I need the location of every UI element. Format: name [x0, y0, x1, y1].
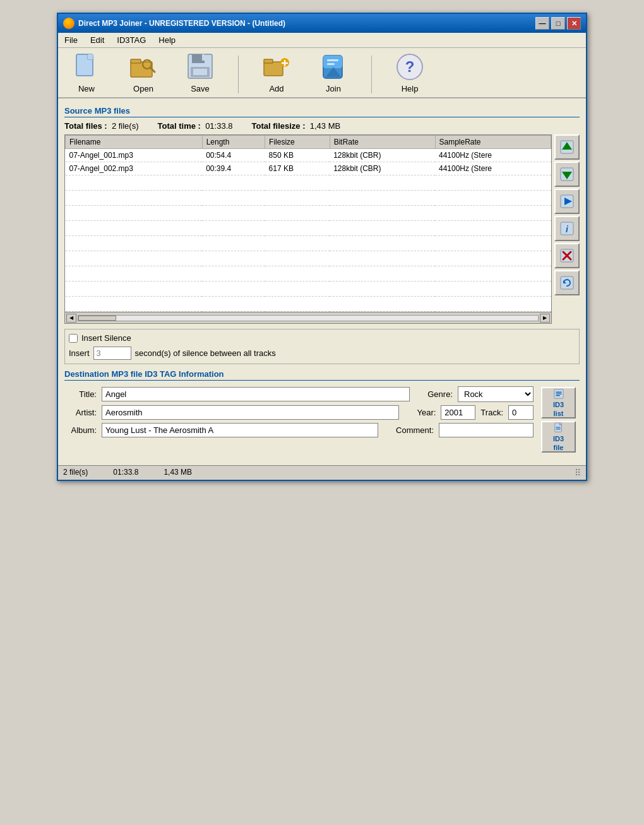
- track-input[interactable]: [508, 405, 534, 420]
- refresh-button[interactable]: [554, 270, 580, 295]
- play-button[interactable]: [554, 189, 580, 214]
- table-row-empty: [66, 236, 551, 251]
- open-icon: [128, 52, 158, 82]
- table-row-empty: [66, 221, 551, 236]
- col-filename: Filename: [66, 136, 203, 149]
- id3-section: Destination MP3 file ID3 TAG Information…: [64, 369, 580, 456]
- scroll-track[interactable]: [78, 315, 539, 321]
- silence-input-row: Insert second(s) of silence between all …: [69, 347, 575, 360]
- silence-section: Insert Silence Insert second(s) of silen…: [64, 329, 580, 364]
- status-time: 01:33.8: [113, 468, 138, 478]
- new-button[interactable]: New: [64, 52, 109, 93]
- id3-title-row: Title: Genre: Rock Pop Jazz: [68, 386, 534, 402]
- add-icon: [261, 52, 292, 82]
- artist-label: Artist:: [68, 408, 97, 417]
- menu-help[interactable]: Help: [156, 34, 178, 46]
- svg-rect-12: [264, 62, 283, 76]
- svg-rect-11: [193, 69, 207, 75]
- window-title: Direct MP3 Joiner - UNREGISTERED VERSION…: [78, 19, 285, 28]
- menu-edit[interactable]: Edit: [88, 34, 107, 46]
- cell-length: 00:54.4: [202, 149, 265, 162]
- move-down-button[interactable]: [554, 162, 580, 187]
- artist-input[interactable]: [102, 405, 399, 420]
- open-button[interactable]: Open: [121, 52, 165, 93]
- help-label: Help: [402, 84, 419, 93]
- title-label: Title:: [68, 389, 97, 399]
- menu-id3tag[interactable]: ID3TAG: [114, 34, 148, 46]
- cell-samplerate: 44100Hz (Stere: [435, 162, 551, 175]
- stats-row: Total files : 2 file(s) Total time : 01:…: [64, 121, 580, 131]
- id3-buttons: ID3 list ID3 file: [537, 383, 580, 456]
- table-row-empty: [66, 175, 551, 191]
- total-filesize-label: Total filesize :: [252, 121, 306, 131]
- join-button[interactable]: Join: [311, 52, 355, 93]
- title-input[interactable]: [102, 387, 410, 401]
- svg-rect-4: [131, 59, 141, 63]
- silence-suffix: second(s) of silence between all tracks: [135, 348, 276, 358]
- total-time-label: Total time :: [158, 121, 201, 131]
- comment-input[interactable]: [439, 423, 534, 437]
- resize-grip[interactable]: ⠿: [575, 468, 581, 478]
- toolbar: New Open: [58, 48, 586, 98]
- cell-filesize: 617 KB: [265, 162, 330, 175]
- id3-artist-row: Artist: Year: Track:: [68, 405, 534, 420]
- cell-filename: 07-Angel_002.mp3: [66, 162, 203, 175]
- svg-rect-21: [327, 63, 335, 65]
- comment-label: Comment:: [396, 425, 434, 435]
- save-label: Save: [191, 84, 210, 93]
- minimize-button[interactable]: —: [535, 17, 549, 30]
- genre-label: Genre:: [427, 389, 453, 399]
- horizontal-scrollbar[interactable]: ◀ ▶: [64, 312, 552, 324]
- total-files-label: Total files :: [64, 121, 107, 131]
- total-files-value: 2 file(s): [112, 121, 139, 131]
- save-icon: [185, 52, 215, 82]
- new-label: New: [78, 84, 95, 93]
- save-button[interactable]: Save: [178, 52, 222, 93]
- scroll-thumb[interactable]: [78, 316, 116, 321]
- silence-checkbox[interactable]: [69, 334, 78, 343]
- delete-button[interactable]: [554, 243, 580, 268]
- table-row-empty: [66, 282, 551, 297]
- move-up-button[interactable]: [554, 134, 580, 160]
- source-section-label: Source MP3 files: [64, 106, 580, 117]
- maximize-button[interactable]: □: [551, 17, 565, 30]
- col-length: Length: [202, 136, 265, 149]
- toolbar-separator2: [371, 56, 372, 93]
- total-filesize-stat: Total filesize : 1,43 MB: [252, 121, 341, 131]
- silence-seconds-input[interactable]: [93, 347, 131, 360]
- add-button[interactable]: Add: [254, 52, 299, 93]
- svg-text:?: ?: [405, 58, 415, 75]
- svg-rect-13: [264, 59, 273, 63]
- year-input[interactable]: [441, 405, 475, 420]
- help-icon: ?: [395, 52, 425, 82]
- id3-grid: Title: Genre: Rock Pop Jazz: [64, 383, 537, 456]
- silence-insert-label: Insert: [69, 348, 90, 358]
- content-area: Source MP3 files Total files : 2 file(s)…: [58, 98, 586, 460]
- table-row-empty: [66, 191, 551, 206]
- cell-filename: 07-Angel_001.mp3: [66, 149, 203, 162]
- genre-select[interactable]: Rock Pop Jazz: [458, 386, 534, 402]
- id3-file-label2: file: [554, 444, 564, 451]
- svg-rect-3: [131, 62, 152, 77]
- scroll-right-button[interactable]: ▶: [540, 314, 550, 323]
- cell-bitrate: 128kbit (CBR): [330, 162, 435, 175]
- svg-rect-2: [88, 54, 93, 59]
- table-row[interactable]: 07-Angel_001.mp3 00:54.4 850 KB 128kbit …: [66, 149, 551, 162]
- main-window: Direct MP3 Joiner - UNREGISTERED VERSION…: [57, 13, 587, 481]
- join-icon: [318, 52, 349, 82]
- col-samplerate: SampleRate: [435, 136, 551, 149]
- info-button[interactable]: i: [554, 216, 580, 241]
- id3-file-button[interactable]: ID3 file: [541, 421, 576, 453]
- scroll-left-button[interactable]: ◀: [66, 314, 76, 323]
- album-input[interactable]: [102, 423, 378, 437]
- menu-file[interactable]: File: [62, 34, 80, 46]
- cell-samplerate: 44100Hz (Stere: [435, 149, 551, 162]
- help-button[interactable]: ? Help: [388, 52, 432, 93]
- menu-bar: File Edit ID3TAG Help: [58, 33, 586, 48]
- join-label: Join: [326, 84, 341, 93]
- id3-list-button[interactable]: ID3 list: [541, 387, 576, 418]
- table-row-empty: [66, 206, 551, 221]
- close-button[interactable]: ✕: [567, 17, 581, 30]
- svg-rect-9: [202, 54, 205, 61]
- table-row[interactable]: 07-Angel_002.mp3 00:39.4 617 KB 128kbit …: [66, 162, 551, 175]
